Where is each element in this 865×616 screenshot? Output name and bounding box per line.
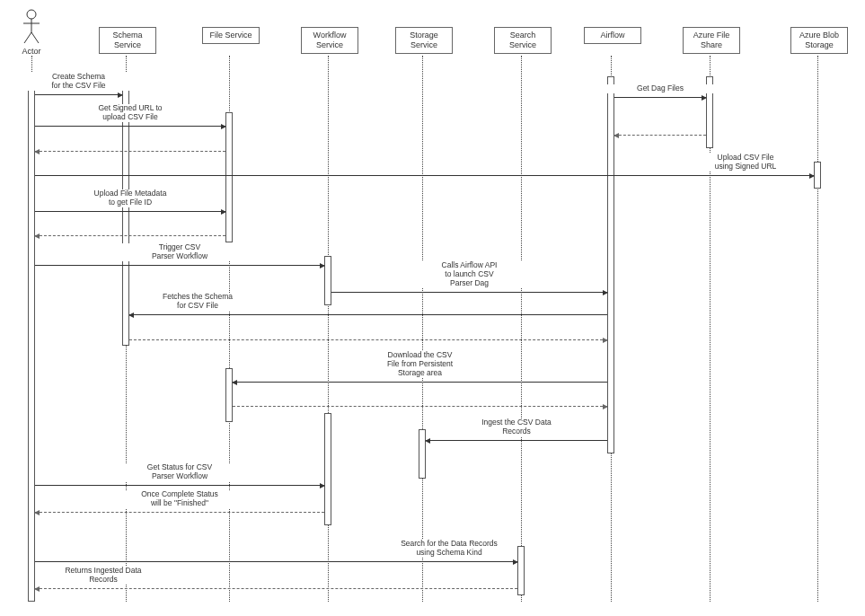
message-0: [35, 94, 122, 95]
lifeline-abs: [817, 56, 818, 602]
message-label-3: Get Dag Files: [597, 84, 723, 93]
arrowhead-icon: [603, 404, 608, 409]
activation-workflow-4: [324, 256, 331, 305]
message-label-0: Create Schema for the CSV File: [16, 73, 142, 91]
message-label-8: Trigger CSV Parser Workflow: [117, 243, 243, 261]
message-6: [35, 211, 225, 212]
sequence-diagram: Actor Schema ServiceFile ServiceWorkflow…: [0, 0, 865, 616]
actor-label: Actor: [13, 47, 50, 56]
arrowhead-icon: [34, 149, 40, 154]
message-9: [331, 292, 607, 293]
activation-search-7: [517, 546, 525, 595]
message-12: [233, 382, 607, 383]
message-4: [614, 135, 706, 136]
activation-file-3: [225, 368, 233, 422]
message-16: [35, 512, 324, 513]
arrowhead-icon: [613, 133, 619, 138]
activation-file-2: [225, 112, 233, 242]
message-8: [35, 265, 324, 266]
arrowhead-icon: [702, 95, 707, 101]
arrowhead-icon: [425, 438, 430, 444]
arrowhead-icon: [513, 559, 518, 565]
message-label-12: Download the CSV File from Persistent St…: [357, 351, 483, 377]
arrowhead-icon: [320, 483, 325, 488]
message-7: [35, 235, 225, 236]
arrowhead-icon: [221, 124, 226, 129]
svg-point-0: [27, 10, 36, 19]
message-18: [35, 588, 517, 589]
arrowhead-icon: [603, 338, 608, 343]
participant-search: Search Service: [494, 27, 552, 54]
participant-abs: Azure Blob Storage: [790, 27, 848, 54]
arrowhead-icon: [118, 92, 123, 98]
arrowhead-icon: [34, 510, 40, 515]
message-label-5: Upload CSV File using Signed URL: [683, 154, 808, 172]
message-label-15: Get Status for CSV Parser Workflow: [117, 463, 243, 481]
arrowhead-icon: [232, 380, 237, 385]
message-label-18: Returns Ingested Data Records: [40, 567, 166, 585]
svg-line-4: [31, 32, 39, 43]
participant-file: File Service: [202, 27, 260, 44]
arrowhead-icon: [128, 312, 134, 318]
lifeline-storage: [422, 56, 423, 602]
message-label-6: Upload File Metadata to get File ID: [67, 189, 193, 207]
arrowhead-icon: [34, 586, 40, 592]
arrowhead-icon: [34, 233, 40, 239]
participant-airflow: Airflow: [584, 27, 641, 44]
lifeline-search: [521, 56, 522, 602]
participant-workflow: Workflow Service: [301, 27, 358, 54]
svg-line-3: [24, 32, 31, 43]
arrowhead-icon: [809, 173, 815, 179]
activation-workflow-5: [324, 413, 331, 525]
message-label-16: Once Complete Status will be "Finished": [117, 490, 243, 508]
message-label-1: Get Signed URL to upload CSV File: [67, 104, 193, 122]
message-3: [614, 97, 706, 98]
activation-actor-0: [28, 76, 35, 602]
activation-abs-10: [814, 162, 821, 189]
message-2: [35, 151, 225, 152]
arrowhead-icon: [603, 290, 608, 295]
message-17: [35, 561, 517, 562]
arrowhead-icon: [221, 209, 226, 215]
arrowhead-icon: [320, 263, 325, 268]
message-15: [35, 485, 324, 486]
message-label-10: Fetches the Schema for CSV File: [135, 293, 260, 311]
message-10: [129, 314, 607, 315]
message-label-17: Search for the Data Records using Schema…: [386, 540, 512, 558]
participant-afs: Azure File Share: [683, 27, 740, 54]
message-5: [35, 175, 814, 176]
activation-storage-6: [419, 429, 426, 479]
actor-icon: [22, 9, 41, 45]
message-14: [426, 440, 607, 441]
message-11: [129, 339, 607, 340]
message-1: [35, 126, 225, 127]
participant-schema: Schema Service: [99, 27, 156, 54]
message-label-9: Calls Airflow API to launch CSV Parser D…: [407, 261, 533, 287]
participant-storage: Storage Service: [395, 27, 453, 54]
message-label-14: Ingest the CSV Data Records: [454, 418, 579, 436]
message-13: [233, 406, 607, 407]
